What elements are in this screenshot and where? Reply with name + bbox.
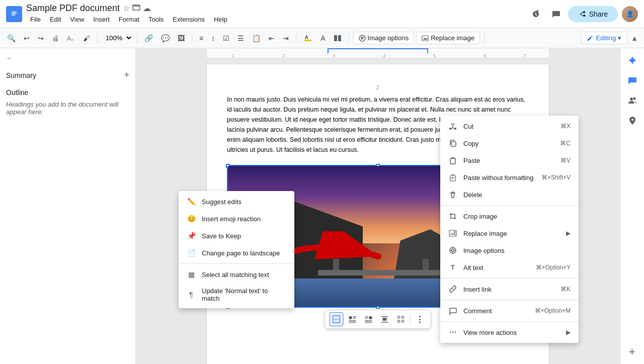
svg-rect-12	[361, 37, 364, 38]
align-button[interactable]: ≡	[196, 32, 206, 44]
spell-check-button[interactable]: Aᵥ	[64, 32, 78, 44]
comments-icon[interactable]	[624, 72, 640, 88]
svg-text:A: A	[305, 35, 308, 40]
ctx-insert-link[interactable]: Insert link ⌘K	[440, 281, 579, 298]
maps-icon[interactable]	[624, 113, 640, 129]
cloud-icon[interactable]: ☁	[143, 4, 151, 13]
menu-file[interactable]: File	[26, 14, 45, 25]
redo-button[interactable]: ↪	[35, 32, 47, 44]
svg-rect-21	[349, 320, 356, 321]
red-arrow	[288, 231, 398, 271]
bullet-list-button[interactable]: ☰	[234, 32, 247, 44]
undo-button[interactable]: ↩	[21, 32, 33, 44]
menu-insert[interactable]: Insert	[89, 14, 114, 25]
crop-icon	[448, 212, 457, 221]
ctx-replace-image[interactable]: Replace image ▶	[440, 225, 579, 242]
image-break-button[interactable]	[378, 312, 392, 326]
separator-3	[192, 33, 192, 43]
doc-title[interactable]: Sample PDF document	[26, 3, 120, 14]
decrease-indent-button[interactable]: ⇤	[266, 32, 278, 44]
user-avatar[interactable]: 👤	[622, 6, 638, 22]
image-inline-button[interactable]	[330, 312, 344, 326]
ctx-delete[interactable]: Delete	[440, 186, 579, 203]
ctx-alt-text[interactable]: T Alt text ⌘+Option+Y	[440, 259, 579, 276]
link-button[interactable]: 🔗	[141, 32, 156, 44]
folder-icon[interactable]	[132, 3, 141, 14]
add-right-button[interactable]: +	[624, 344, 640, 360]
menu-extensions[interactable]: Extensions	[169, 14, 209, 25]
image-button[interactable]: 🖼	[175, 32, 188, 44]
ctx-save-keep[interactable]: 📌 Save to Keep	[179, 227, 294, 244]
gemini-icon[interactable]	[624, 52, 640, 68]
ctx-crop-image-label: Crop image	[463, 213, 497, 220]
menu-tools[interactable]: Tools	[144, 14, 168, 25]
share-button[interactable]: Share	[568, 6, 618, 22]
ctx-copy[interactable]: Copy ⌘C	[440, 135, 579, 152]
add-summary-button[interactable]: +	[124, 70, 129, 80]
comment-button[interactable]: 💬	[158, 32, 173, 44]
normal-text-icon: ¶	[187, 290, 196, 299]
ctx-cut[interactable]: Cut ⌘X	[440, 118, 579, 135]
outline-hint: Headings you add to the document will ap…	[6, 101, 129, 116]
ctx-image-options-label: Image options	[463, 247, 505, 254]
ctx-separator-2	[440, 205, 579, 206]
star-icon[interactable]: ☆	[123, 4, 130, 13]
ctx-insert-emoji-label: Insert emoji reaction	[202, 215, 261, 223]
delete-icon	[448, 190, 457, 199]
paint-format-button[interactable]: 🖌	[80, 32, 93, 44]
toolbar-separator	[410, 314, 411, 324]
svg-rect-23	[369, 316, 372, 319]
page-number: 2	[227, 84, 529, 90]
ctx-paste-no-format[interactable]: Paste without formatting ⌘+Shift+V	[440, 169, 579, 186]
checklist-button[interactable]: ☑	[220, 32, 232, 44]
ctx-comment[interactable]: Comment ⌘+Option+M	[440, 302, 579, 319]
ctx-update-normal[interactable]: ¶ Update 'Normal text' to match	[179, 283, 294, 306]
image-options-button[interactable]: Image options	[353, 32, 415, 44]
menu-edit[interactable]: Edit	[46, 14, 65, 25]
ctx-crop-image[interactable]: Crop image	[440, 208, 579, 225]
increase-indent-button[interactable]: ⇥	[280, 32, 292, 44]
view-more-arrow: ▶	[566, 329, 571, 336]
svg-rect-39	[451, 142, 456, 146]
ctx-suggest-edits-label: Suggest edits	[202, 198, 242, 206]
menu-view[interactable]: View	[66, 14, 88, 25]
ctx-alt-text-shortcut: ⌘+Option+Y	[536, 264, 571, 271]
image-wrap-right-button[interactable]	[362, 312, 376, 326]
columns-button[interactable]	[331, 32, 345, 44]
svg-rect-19	[353, 316, 356, 317]
image-more-button[interactable]: ⋮	[413, 312, 427, 326]
svg-rect-2	[12, 13, 17, 14]
print-button[interactable]: 🖨	[49, 32, 62, 44]
line-spacing-button[interactable]: ↕	[208, 32, 218, 44]
image-float-button[interactable]	[394, 312, 408, 326]
editing-mode-button[interactable]: Editing ▾	[581, 32, 627, 44]
zoom-select[interactable]: 100% 75% 125%	[102, 33, 133, 43]
separator-4	[296, 33, 296, 43]
svg-rect-22	[349, 322, 356, 323]
history-button[interactable]	[528, 6, 544, 22]
summary-label: Summary	[6, 71, 36, 79]
comment-icon	[448, 306, 457, 315]
ctx-image-options[interactable]: Image options	[440, 242, 579, 259]
ctx-view-more[interactable]: ⋯ View more actions ▶	[440, 324, 579, 341]
text-color-button[interactable]: A	[317, 32, 328, 44]
people-icon[interactable]	[624, 93, 640, 109]
ctx-change-landscape[interactable]: 📄 Change page to landscape	[179, 244, 294, 261]
menu-help[interactable]: Help	[210, 14, 231, 25]
back-button[interactable]: ←	[6, 54, 129, 62]
ctx-select-matching[interactable]: ▦ Select all matching text	[179, 266, 294, 283]
highlight-button[interactable]: A	[300, 32, 315, 45]
collapse-toolbar-button[interactable]: ▲	[629, 33, 640, 43]
landscape-icon: 📄	[187, 248, 196, 257]
image-wrap-left-button[interactable]	[346, 312, 360, 326]
ordered-list-button[interactable]: 📋	[249, 32, 264, 44]
svg-point-45	[454, 231, 455, 233]
ctx-insert-emoji[interactable]: 😊 Insert emoji reaction	[179, 210, 294, 227]
svg-rect-17	[334, 318, 339, 320]
ctx-paste[interactable]: Paste ⌘V	[440, 152, 579, 169]
replace-image-button[interactable]: Replace image	[416, 32, 480, 44]
chat-button[interactable]	[548, 6, 564, 22]
search-button[interactable]: 🔍	[4, 32, 19, 44]
ctx-suggest-edits[interactable]: ✏️ Suggest edits	[179, 193, 294, 210]
menu-format[interactable]: Format	[115, 14, 143, 25]
